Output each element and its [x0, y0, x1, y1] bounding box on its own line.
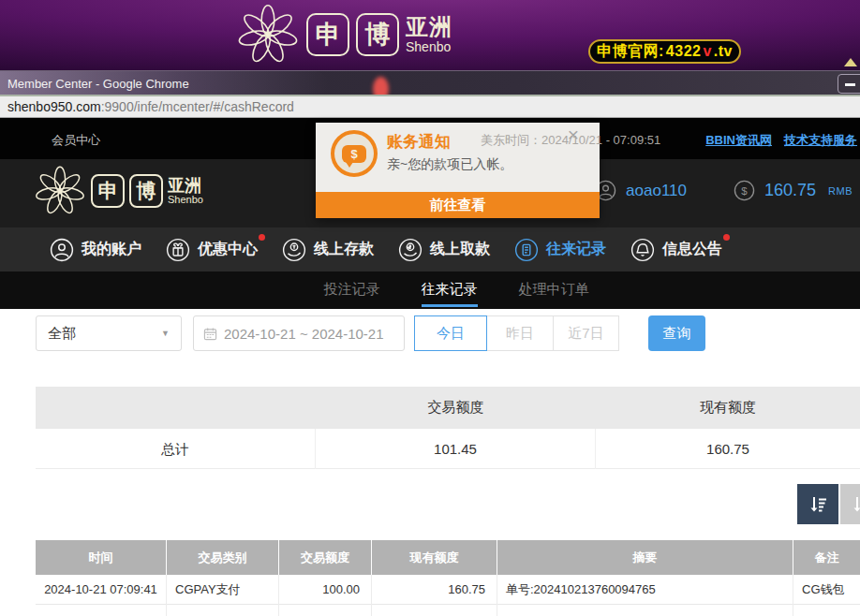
browser-titlebar[interactable]: Member Center - Google Chrome — [0, 70, 860, 96]
calendar-icon — [203, 327, 217, 341]
go-view-button[interactable]: 前往查看 — [316, 192, 600, 218]
record-tabs: 投注记录 往来记录 处理中订单 — [0, 271, 860, 309]
content-area: 全部 ▼ 2024-10-21 ~ 2024-10-21 今日 昨日 近7日 查… — [0, 309, 860, 616]
username[interactable]: aoao110 — [626, 182, 687, 200]
sort-toolbar — [797, 484, 860, 524]
shenbo-flower-icon — [34, 165, 86, 217]
balance-amount: 160.75 — [764, 181, 816, 200]
last-7-days-button[interactable]: 近7日 — [553, 315, 619, 351]
logo-region: 亚洲 — [406, 16, 452, 38]
summary-header-transaction: 交易额度 — [316, 399, 596, 417]
summary-total-row: 总计 101.45 160.75 — [36, 429, 860, 469]
col-summary: 摘要 — [497, 540, 793, 575]
cell-time: 2024-10-21 07:09:41 — [36, 575, 167, 605]
triangle-icon — [844, 58, 857, 66]
sort-ascending-icon — [850, 493, 860, 516]
site-banner: 申 博 亚洲 Shenbo 申博官网: 4322 v .tv — [0, 0, 860, 70]
summary-header-balance: 现有额度 — [596, 399, 860, 417]
nav-item-transfer-records[interactable]: 往来记录 — [514, 238, 606, 262]
col-amount: 交易额度 — [279, 540, 372, 575]
dollar-circle-icon: $ — [734, 180, 755, 201]
window-title: Member Center - Google Chrome — [7, 77, 189, 91]
logo-bo-box: 博 — [129, 174, 163, 208]
shenbo-logo-small[interactable]: 申 博 亚洲 Shenbo — [34, 165, 203, 217]
yesterday-button[interactable]: 昨日 — [486, 315, 554, 351]
tab-pending-orders[interactable]: 处理中订单 — [519, 271, 589, 309]
records-table: 时间 交易类别 交易额度 现有额度 摘要 备注 2024-10-21 07:09… — [36, 540, 860, 616]
nav-item-my-account[interactable]: 我的账户 — [50, 238, 141, 262]
notice-message: 亲~您的款项已入帐。 — [387, 156, 512, 173]
nav-item-withdraw[interactable]: 线上取款 — [398, 238, 490, 262]
logo-region: 亚洲 — [168, 177, 203, 194]
minimize-icon — [845, 83, 855, 86]
category-select[interactable]: 全部 ▼ — [36, 315, 182, 351]
logo-latin: Shenbo — [168, 195, 203, 205]
date-range-input[interactable]: 2024-10-21 ~ 2024-10-21 — [193, 315, 405, 351]
cell-balance: 160.75 — [372, 575, 497, 605]
col-remark: 备注 — [793, 540, 860, 575]
screen: 申 博 亚洲 Shenbo 申博官网: 4322 v .tv Member Ce… — [0, 0, 860, 616]
summary-table: 交易额度 现有额度 总计 101.45 160.75 — [36, 387, 860, 469]
logo-bo-box: 博 — [356, 13, 399, 56]
red-notification-blob — [373, 77, 389, 96]
url-path: :9900/infe/mcenter/#/cashRecord — [101, 99, 294, 114]
logo-shen-box: 申 — [306, 13, 349, 56]
shenbo-logo: 申 博 亚洲 Shenbo — [236, 3, 452, 66]
table-row-partial — [36, 605, 860, 616]
official-site-number: 4322 — [666, 43, 702, 60]
minimize-button[interactable] — [838, 74, 860, 94]
official-site-v: v — [703, 43, 711, 60]
search-button[interactable]: 查询 — [648, 315, 705, 351]
cell-amount: 100.00 — [279, 575, 372, 605]
money-bubble-icon: $ — [331, 130, 378, 177]
page-title: 会员中心 — [52, 132, 100, 149]
col-type: 交易类别 — [167, 540, 279, 575]
quick-date-group: 今日 昨日 近7日 — [414, 315, 619, 351]
col-time: 时间 — [36, 540, 167, 575]
summary-header-row: 交易额度 现有额度 — [36, 387, 860, 429]
transfer-records-icon — [514, 238, 539, 262]
summary-total-balance: 160.75 — [596, 429, 860, 469]
svg-text:$: $ — [741, 185, 748, 197]
official-site-pill[interactable]: 申博官网: 4322 v .tv — [588, 39, 741, 64]
sort-descending-button[interactable] — [797, 484, 838, 524]
sort-descending-icon — [807, 493, 829, 516]
cell-remark: CG钱包 — [793, 575, 860, 605]
caret-down-icon: ▼ — [161, 329, 170, 338]
cell-type: CGPAY支付 — [167, 575, 279, 605]
notice-title: 账务通知 — [387, 131, 451, 153]
summary-total-label: 总计 — [36, 429, 316, 469]
cell-summary: 单号:202410213760094765 — [497, 575, 793, 605]
official-site-tld: .tv — [714, 43, 733, 60]
tech-support-link[interactable]: 技术支持服务 — [784, 132, 857, 149]
date-range-value: 2024-10-21 ~ 2024-10-21 — [224, 326, 384, 342]
bbin-news-link[interactable]: BBIN资讯网 — [705, 132, 772, 149]
tab-bet-records[interactable]: 投注记录 — [324, 271, 380, 309]
summary-total-transaction: 101.45 — [316, 429, 596, 469]
nav-item-announcements[interactable]: 信息公告 — [630, 238, 722, 262]
user-icon — [50, 238, 74, 262]
logo-latin: Shenbo — [406, 40, 452, 53]
nav-item-promotions[interactable]: 优惠中心 — [166, 238, 258, 262]
eastern-time-label: 美东时间：2024/10/21 - 07:09:51 — [481, 132, 660, 149]
nav-item-deposit[interactable]: 线上存款 — [282, 238, 374, 262]
url-host: shenbo950.com — [7, 99, 101, 114]
withdraw-icon — [398, 238, 423, 262]
shenbo-flower-icon — [236, 3, 300, 66]
red-dot-badge — [259, 234, 265, 241]
address-bar[interactable]: shenbo950.com:9900/infe/mcenter/#/cashRe… — [0, 96, 860, 118]
table-row: 2024-10-21 07:09:41 CGPAY支付 100.00 160.7… — [36, 575, 860, 605]
category-value: 全部 — [48, 325, 76, 343]
red-dot-badge — [723, 234, 730, 241]
bell-icon — [630, 238, 655, 262]
col-balance: 现有额度 — [372, 540, 497, 575]
sort-ascending-button[interactable] — [840, 484, 860, 524]
gift-icon — [166, 238, 190, 262]
logo-shen-box: 申 — [91, 174, 125, 208]
today-button[interactable]: 今日 — [414, 315, 487, 351]
tab-transfer-records[interactable]: 往来记录 — [422, 271, 478, 309]
records-header-row: 时间 交易类别 交易额度 现有额度 摘要 备注 — [36, 540, 860, 575]
main-nav: 我的账户 优惠中心 线上存款 线上取款 往来记录 — [0, 227, 860, 271]
currency-label: RMB — [828, 185, 853, 197]
official-site-label: 申博官网: — [597, 42, 664, 62]
